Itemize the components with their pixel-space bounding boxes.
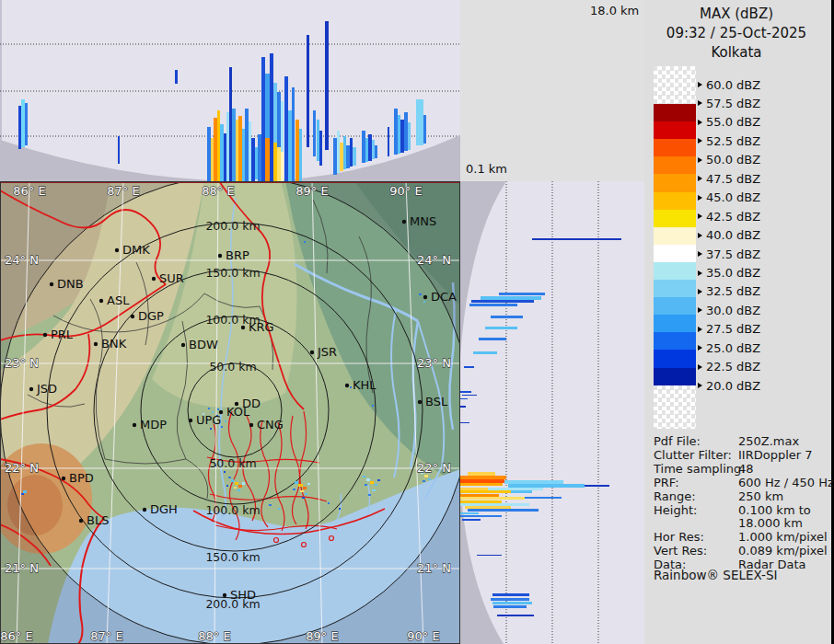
city-dot xyxy=(115,248,119,252)
echo-bar xyxy=(281,152,284,181)
latitude-label-left: 23° N xyxy=(5,356,39,370)
scale-tick-text: 60.0 dBZ xyxy=(706,78,760,92)
info-label xyxy=(654,516,738,530)
echo-bar xyxy=(265,74,270,138)
city-dot xyxy=(310,351,314,354)
echo-bar xyxy=(492,593,529,596)
scale-tick-label: 25.0 dBZ xyxy=(698,341,760,354)
info-label: Clutter Filter: xyxy=(654,448,738,462)
echo-bar xyxy=(481,296,541,300)
info-row: Range:250 km xyxy=(654,489,830,503)
echo-pixel xyxy=(307,483,310,485)
city-dot xyxy=(99,299,103,303)
scale-tick-label: 30.0 dBZ xyxy=(698,304,760,316)
city-label: MNS xyxy=(410,214,436,228)
range-ring-label-north: 150.0 km xyxy=(205,266,260,280)
tick-arrow-icon xyxy=(698,345,702,351)
longitude-label-bottom: 90° E xyxy=(407,629,439,643)
longitude-label-bottom: 86° E xyxy=(0,629,32,643)
city-label: DCA xyxy=(431,290,457,304)
tick-arrow-icon xyxy=(698,364,702,370)
echo-bar xyxy=(460,512,479,514)
info-row: 18.000 km xyxy=(654,516,830,530)
city-label: BPD xyxy=(69,471,94,485)
range-ring-label-north: 200.0 km xyxy=(205,219,260,233)
echo-bar xyxy=(492,602,532,604)
scale-color-swatch xyxy=(654,121,696,140)
info-row: Time sampling:48 xyxy=(654,462,830,476)
echo-bar xyxy=(423,115,426,144)
scale-checker-swatch xyxy=(654,385,696,429)
city-label: ASL xyxy=(107,293,130,307)
echo-bar xyxy=(465,506,511,509)
longitude-label-bottom: 87° E xyxy=(90,629,122,643)
echo-pixel xyxy=(372,405,374,407)
city-dot xyxy=(345,384,349,387)
echo-pixel xyxy=(269,504,272,506)
echo-bar xyxy=(313,110,316,156)
radar-application-window: 18.0 km 0.1 km xyxy=(0,0,834,644)
scale-tick-label: 60.0 dBZ xyxy=(698,78,760,91)
echo-bar xyxy=(488,488,543,490)
echo-bar xyxy=(462,395,477,396)
echo-pixel xyxy=(339,508,341,510)
latitude-label-right: 24° N xyxy=(417,253,451,267)
echo-pixel xyxy=(304,241,306,243)
info-value: 250 km xyxy=(738,489,830,503)
echo-pixel xyxy=(419,293,422,295)
echo-bar xyxy=(491,598,529,601)
scale-tick-text: 22.5 dBZ xyxy=(706,360,760,374)
info-value: 600 Hz / 450 Hz xyxy=(738,476,834,489)
echo-pixel xyxy=(231,479,234,482)
echo-bar xyxy=(295,120,299,181)
longitude-label-top: 87° E xyxy=(107,184,139,198)
scale-tick-text: 40.0 dBZ xyxy=(706,228,760,242)
tick-arrow-icon xyxy=(698,82,702,87)
echo-bar xyxy=(270,53,273,181)
echo-bar xyxy=(400,120,404,153)
height-axis-min-label: 0.1 km xyxy=(466,162,507,176)
yz-projection-canvas xyxy=(460,181,644,644)
scale-color-swatch xyxy=(654,262,696,281)
scale-color-swatch xyxy=(654,227,696,246)
info-row: Vert Res:0.089 km/pixel xyxy=(654,544,830,558)
longitude-label-top: 89° E xyxy=(295,184,328,198)
echo-bar xyxy=(255,147,258,179)
scale-color-swatch xyxy=(654,139,696,157)
yz-projection-panel xyxy=(460,181,644,644)
scale-tick-label: 57.5 dBZ xyxy=(698,97,760,109)
info-label: Range: xyxy=(654,489,738,503)
city-label: KRG xyxy=(249,320,274,334)
echo-bar xyxy=(299,129,302,181)
scale-color-swatch xyxy=(654,332,696,351)
echo-bar xyxy=(261,57,265,181)
tick-arrow-icon xyxy=(698,176,702,181)
city-dot xyxy=(50,282,53,286)
echo-bar xyxy=(491,316,523,318)
echo-bar xyxy=(288,110,292,181)
city-dot xyxy=(43,333,47,337)
echo-pixel xyxy=(226,485,228,487)
info-value: IIRDoppler 7 xyxy=(738,448,830,462)
scale-color-swatch xyxy=(654,350,696,368)
scale-tick-text: 32.5 dBZ xyxy=(706,284,760,298)
info-value: 0.100 km to xyxy=(738,503,830,517)
echo-pixel xyxy=(23,490,27,493)
echo-pixel xyxy=(234,487,237,489)
scale-tick-label: 22.5 dBZ xyxy=(698,361,760,374)
echo-bar xyxy=(468,509,539,512)
tick-arrow-icon xyxy=(698,289,702,294)
product-timestamp: 09:32 / 25-Oct-2025 xyxy=(644,25,828,41)
echo-bar xyxy=(273,143,277,181)
echo-bar xyxy=(284,76,288,181)
longitude-label-bottom: 88° E xyxy=(198,629,230,643)
echo-bar xyxy=(232,109,236,181)
scale-tick-label: 55.0 dBZ xyxy=(698,116,760,129)
city-label: BDW xyxy=(189,338,218,351)
echo-bar xyxy=(362,131,365,163)
scale-tick-label: 50.0 dBZ xyxy=(698,154,760,167)
latitude-label-left: 24° N xyxy=(5,253,39,267)
tick-arrow-icon xyxy=(698,270,702,276)
echo-pixel xyxy=(365,484,367,486)
echo-bar xyxy=(224,133,226,181)
